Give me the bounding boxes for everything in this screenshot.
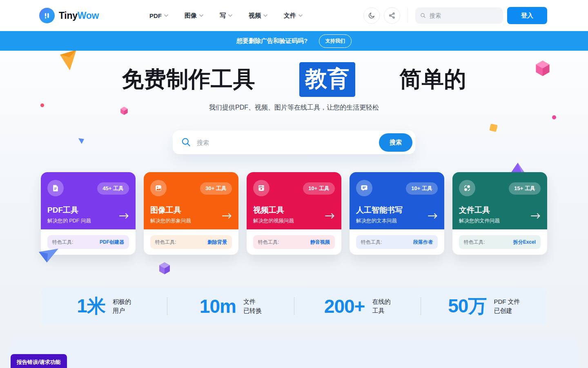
featured-tool-link[interactable]: 拆分Excel [513,239,536,246]
promo-banner: 想要删除广告和验证码吗? 支持我们 [0,31,588,51]
search-icon [181,137,192,148]
main-nav: PDF 图像 写 视频 文件 [149,12,303,20]
tinywow-logo-icon [39,8,55,23]
arrow-right-icon [222,213,232,219]
chevron-down-icon [298,14,303,17]
pdf-document-icon [51,184,60,192]
header: TinyWow PDF 图像 写 视频 文件 [0,0,588,31]
nav-item-image[interactable]: 图像 [185,12,203,20]
tool-count-badge: 10+ 工具 [303,182,335,195]
card-subtitle: 解决您的 PDF 问题 [47,218,129,224]
card-subtitle: 解决您的文本问题 [356,218,438,224]
hero-title-highlight: 教育 [299,62,355,97]
featured-tool-label: 特色工具: [361,239,382,246]
tool-count-badge: 15+ 工具 [509,182,541,195]
featured-tool-label: 特色工具: [258,239,279,246]
confetti-purple-cube [159,262,170,274]
nav-item-write[interactable]: 写 [220,12,232,20]
confetti-blue-arrow [39,249,58,263]
featured-tool-link[interactable]: 静音视频 [310,239,330,246]
chevron-down-icon [263,14,267,17]
card-video-tools[interactable]: 10+ 工具 视频工具 解决您的视频问题 特色工具: 静音视频 [247,172,341,255]
featured-tool-label: 特色工具: [464,239,485,246]
card-subtitle: 解决您的文件问题 [459,218,541,224]
hero-search-button[interactable]: 搜索 [379,133,412,152]
featured-tool-label: 特色工具: [52,239,73,246]
tinywow-logo[interactable]: TinyWow [39,8,99,23]
header-search-input[interactable] [430,12,498,19]
search-icon [420,12,426,19]
card-title: 人工智能书写 [356,205,438,215]
convert-shapes-icon [463,184,471,192]
card-title: 视频工具 [253,205,335,215]
stats-panel: 1米 积极的用户 10m 文件已转换 200+ 在线的工具 50万 PDF 文件… [41,287,547,325]
nav-item-pdf[interactable]: PDF [149,12,168,20]
dark-mode-toggle[interactable] [363,7,380,24]
arrow-right-icon [428,213,438,219]
tool-count-badge: 45+ 工具 [97,182,129,195]
tool-category-cards: 45+ 工具 PDF工具 解决您的 PDF 问题 特色工具: PDF创建器 [41,172,547,255]
card-subtitle: 解决您的形象问题 [150,218,232,224]
arrow-right-icon [531,213,541,219]
stat-files-converted: 10m 文件已转换 [167,295,294,317]
card-title: PDF工具 [47,205,129,215]
featured-tool-link[interactable]: 段落作者 [413,239,433,246]
report-bug-button[interactable]: 报告错误/请求功能 [11,354,67,368]
card-ai-writing[interactable]: 10+ 工具 人工智能书写 解决您的文本问题 特色工具: 段落作者 [350,172,444,255]
chevron-down-icon [199,14,203,17]
stat-pdfs-created: 50万 PDF 文件已创建 [421,294,547,319]
chat-bubble-icon [360,184,368,192]
hero-search-input[interactable] [197,139,379,146]
card-pdf-tools[interactable]: 45+ 工具 PDF工具 解决您的 PDF 问题 特色工具: PDF创建器 [41,172,136,255]
confetti-pink-dot [552,115,556,119]
card-title: 文件工具 [459,205,541,215]
share-icon [388,12,396,19]
bottom-section-panel [8,339,580,368]
confetti-yellow-square [489,123,498,132]
featured-tool-label: 特色工具: [155,239,176,246]
featured-tool-pill: 特色工具: 拆分Excel [459,235,541,249]
hero-title-part1: 免费制作工具 [122,65,255,94]
featured-tool-link[interactable]: PDF创建器 [100,239,124,246]
card-file-tools[interactable]: 15+ 工具 文件工具 解决您的文件问题 特色工具: 拆分Excel [452,172,547,255]
chevron-down-icon [164,14,168,17]
stat-active-users: 1米 积极的用户 [41,294,167,319]
featured-tool-pill: 特色工具: PDF创建器 [47,235,129,249]
header-search[interactable] [415,7,503,24]
header-divider [408,8,408,23]
card-image-tools[interactable]: 30+ 工具 图像工具 解决您的形象问题 特色工具: 删除背景 [144,172,238,255]
banner-text: 想要删除广告和验证码吗? [236,37,307,45]
image-icon [154,184,163,192]
hero-title: 免费制作工具 教育 简单的 [0,62,588,97]
featured-tool-pill: 特色工具: 段落作者 [356,235,438,249]
nav-item-file[interactable]: 文件 [284,12,303,20]
nav-item-video[interactable]: 视频 [249,12,267,20]
arrow-right-icon [119,213,129,219]
featured-tool-pill: 特色工具: 删除背景 [150,235,232,249]
video-icon [257,184,265,192]
support-us-button[interactable]: 支持我们 [319,34,352,48]
hero-subtitle: 我们提供PDF、视频、图片等在线工具，让您的生活更轻松 [0,103,588,112]
stat-online-tools: 200+ 在线的工具 [294,295,421,317]
hero-search-bar: 搜索 [173,130,415,154]
header-actions: 登入 [363,7,547,24]
featured-tool-pill: 特色工具: 静音视频 [253,235,335,249]
moon-icon [368,12,375,19]
card-subtitle: 解决您的视频问题 [253,218,335,224]
featured-tool-link[interactable]: 删除背景 [207,239,227,246]
card-title: 图像工具 [150,205,232,215]
brand-name: TinyWow [59,10,99,21]
tool-count-badge: 30+ 工具 [200,182,232,195]
confetti-blue-triangle-small [78,138,84,144]
arrow-right-icon [325,213,335,219]
chevron-down-icon [228,14,232,17]
hero-title-part2: 简单的 [399,65,466,94]
share-button[interactable] [384,7,400,24]
login-button[interactable]: 登入 [507,7,547,24]
tool-count-badge: 10+ 工具 [406,182,438,195]
